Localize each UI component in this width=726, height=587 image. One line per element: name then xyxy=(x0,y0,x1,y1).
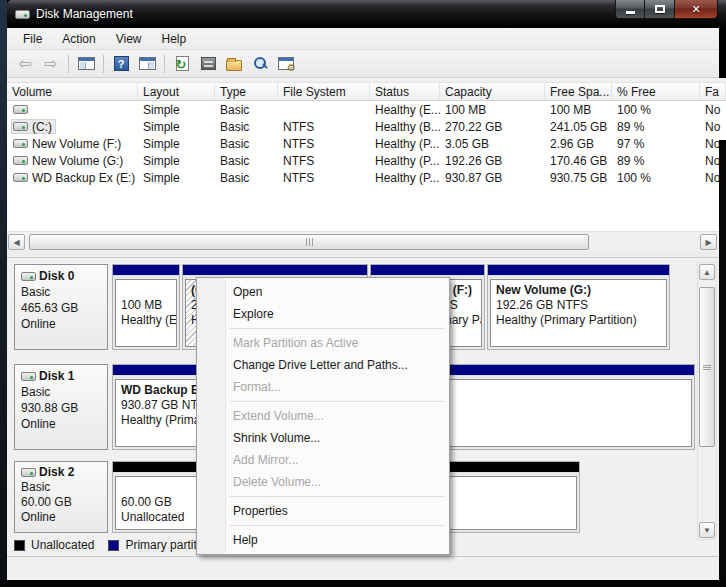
close-button[interactable]: ✕ xyxy=(674,0,718,19)
scroll-down-button[interactable]: ▼ xyxy=(699,522,715,538)
cell-fault: No xyxy=(700,120,726,134)
disk-icon xyxy=(21,372,36,381)
help-button[interactable]: ? xyxy=(109,53,133,75)
rescan-disks-icon xyxy=(201,57,216,70)
drive-icon xyxy=(13,139,28,148)
disk-state: Online xyxy=(21,316,107,332)
horizontal-scroll-thumb[interactable] xyxy=(29,234,589,250)
volume-row[interactable]: Simple Basic Healthy (E... 100 MB 100 MB… xyxy=(7,101,726,118)
partition-label: New Volume (G:) xyxy=(496,283,661,298)
menu-item-open[interactable]: Open xyxy=(197,281,449,303)
cell-free-space: 100 MB xyxy=(545,103,612,117)
cell-free-space: 2.96 GB xyxy=(545,137,612,151)
partition-system[interactable]: 100 MB Healthy (E... xyxy=(112,264,180,350)
cell-file-system: NTFS xyxy=(278,154,370,168)
minimize-button[interactable] xyxy=(615,0,645,19)
disk0-info-box[interactable]: Disk 0 Basic 465.63 GB Online xyxy=(14,264,108,350)
column-header-volume[interactable]: Volume xyxy=(7,83,138,100)
vertical-scrollbar[interactable]: ▲ ▼ xyxy=(697,262,717,540)
pane-splitter[interactable] xyxy=(7,251,719,258)
cell-file-system: NTFS xyxy=(278,171,370,185)
column-header-status[interactable]: Status xyxy=(370,83,440,100)
vertical-scroll-thumb[interactable] xyxy=(699,287,715,447)
search-button[interactable] xyxy=(248,53,272,75)
column-header-layout[interactable]: Layout xyxy=(138,83,215,100)
open-button[interactable] xyxy=(222,53,246,75)
column-header-free-space[interactable]: Free Spa... xyxy=(545,83,612,100)
legend-item: Unallocated xyxy=(14,538,94,552)
column-header-file-system[interactable]: File System xyxy=(278,83,370,100)
cell-type: Basic xyxy=(215,120,278,134)
partition-label xyxy=(121,283,171,298)
menu-file[interactable]: File xyxy=(13,30,52,48)
cell-pct-free: 89 % xyxy=(612,120,700,134)
menu-view[interactable]: View xyxy=(106,30,152,48)
minimize-icon xyxy=(626,11,635,14)
cell-type: Basic xyxy=(215,137,278,151)
partition-size: 192.26 GB NTFS xyxy=(496,298,661,313)
menu-item-change-drive-letter[interactable]: Change Drive Letter and Paths... xyxy=(197,354,449,376)
horizontal-scrollbar[interactable]: ◀ ▶ xyxy=(7,231,719,251)
disk-size: 465.63 GB xyxy=(21,300,107,316)
scroll-left-button[interactable]: ◀ xyxy=(8,234,25,250)
menu-item-delete-volume: Delete Volume... xyxy=(197,471,449,493)
menu-item-mark-partition-active: Mark Partition as Active xyxy=(197,332,449,354)
status-bar xyxy=(7,556,719,580)
cell-free-space: 241.05 GB xyxy=(545,120,612,134)
volume-row[interactable]: New Volume (F:) Simple Basic NTFS Health… xyxy=(7,135,726,152)
disk-state: Online xyxy=(21,416,107,432)
column-header-fault-tolerance[interactable]: Fa xyxy=(700,83,726,100)
cell-type: Basic xyxy=(215,103,278,117)
volume-name: (C:) xyxy=(32,120,52,134)
disk1-info-box[interactable]: Disk 1 Basic 930.88 GB Online xyxy=(14,364,108,450)
show-console-tree-button[interactable] xyxy=(74,53,98,75)
partition-type-bar xyxy=(183,265,367,276)
volume-row[interactable]: WD Backup Ex (E:) Simple Basic NTFS Heal… xyxy=(7,169,726,186)
maximize-button[interactable] xyxy=(645,0,674,19)
partition-type-bar xyxy=(371,265,484,276)
menu-item-properties[interactable]: Properties xyxy=(197,500,449,522)
volume-list: Volume Layout Type File System Status Ca… xyxy=(7,78,726,231)
cell-status: Healthy (P... xyxy=(370,154,440,168)
drive-icon xyxy=(13,122,28,131)
menu-item-shrink-volume[interactable]: Shrink Volume... xyxy=(197,427,449,449)
cell-layout: Simple xyxy=(138,137,215,151)
cell-free-space: 170.46 GB xyxy=(545,154,612,168)
forward-button[interactable]: ⇨ xyxy=(39,53,63,75)
desktop-edge xyxy=(719,140,726,587)
cell-file-system: NTFS xyxy=(278,137,370,151)
column-header-pct-free[interactable]: % Free xyxy=(612,83,700,100)
properties-button[interactable] xyxy=(274,53,298,75)
menu-action[interactable]: Action xyxy=(52,30,105,48)
maximize-icon xyxy=(655,5,665,13)
menu-item-explore[interactable]: Explore xyxy=(197,303,449,325)
disk-kind: Basic xyxy=(21,480,107,495)
column-header-capacity[interactable]: Capacity xyxy=(440,83,545,100)
cell-type: Basic xyxy=(215,154,278,168)
rescan-disks-button[interactable] xyxy=(196,53,220,75)
volume-name: New Volume (F:) xyxy=(32,137,121,151)
cell-status: Healthy (P... xyxy=(370,137,440,151)
scroll-right-button[interactable]: ▶ xyxy=(700,234,717,250)
show-action-pane-button[interactable] xyxy=(135,53,159,75)
back-button[interactable]: ⇦ xyxy=(13,53,37,75)
refresh-button[interactable]: ↻ xyxy=(170,53,194,75)
column-header-type[interactable]: Type xyxy=(215,83,278,100)
drive-icon xyxy=(13,105,28,114)
partition-g[interactable]: New Volume (G:) 192.26 GB NTFS Healthy (… xyxy=(487,264,670,350)
menu-separator xyxy=(197,398,449,405)
disk-name: Disk 1 xyxy=(39,368,74,384)
thumb-grip-icon xyxy=(305,235,314,249)
disk-kind: Basic xyxy=(21,284,107,300)
disk-icon xyxy=(21,272,36,281)
cell-capacity: 270.22 GB xyxy=(440,120,545,134)
scroll-up-button[interactable]: ▲ xyxy=(699,264,715,280)
disk2-info-box[interactable]: Disk 2 Basic 60.00 GB Online xyxy=(14,461,108,533)
volume-row[interactable]: (C:) Simple Basic NTFS Healthy (B... 270… xyxy=(7,118,726,135)
volume-name: New Volume (G:) xyxy=(32,154,123,168)
help-icon: ? xyxy=(114,56,129,71)
menu-help[interactable]: Help xyxy=(152,30,197,48)
volume-row[interactable]: New Volume (G:) Simple Basic NTFS Health… xyxy=(7,152,726,169)
cell-layout: Simple xyxy=(138,171,215,185)
menu-item-help[interactable]: Help xyxy=(197,529,449,551)
